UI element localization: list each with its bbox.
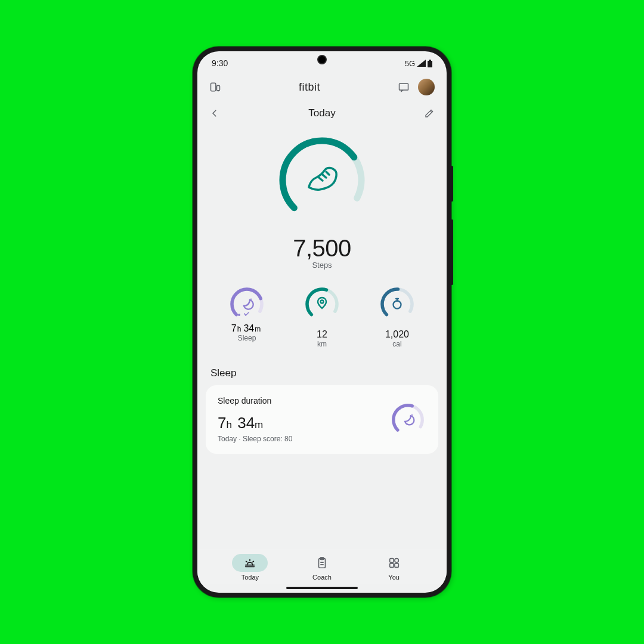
distance-label: km bbox=[292, 340, 352, 348]
svg-rect-23 bbox=[395, 559, 398, 562]
calories-ring bbox=[378, 285, 416, 323]
distance-ring bbox=[303, 285, 341, 323]
dot-icon bbox=[238, 314, 240, 316]
svg-point-10 bbox=[251, 299, 252, 300]
nav-today[interactable]: Today bbox=[232, 554, 268, 581]
sleep-value: 7h34m bbox=[217, 323, 277, 334]
mini-distance[interactable]: 12 km bbox=[292, 285, 352, 348]
card-sleep-ring bbox=[389, 401, 426, 438]
mini-sleep[interactable]: 7h34m Sleep bbox=[217, 285, 277, 348]
sleep-ring bbox=[228, 285, 266, 323]
nav-today-label: Today bbox=[242, 574, 259, 581]
calories-value: 1,020 bbox=[367, 329, 427, 340]
calories-label: cal bbox=[367, 340, 427, 348]
title-row: Today bbox=[197, 104, 447, 124]
check-icon bbox=[244, 312, 249, 315]
pin-icon bbox=[318, 298, 326, 308]
status-right: 5G bbox=[405, 59, 432, 68]
avatar[interactable] bbox=[418, 79, 435, 95]
steps-value: 7,500 bbox=[197, 235, 447, 262]
screen: 9:30 5G fitbit Today bbox=[197, 51, 447, 593]
nav-you[interactable]: You bbox=[376, 554, 412, 581]
steps-label: Steps bbox=[197, 261, 447, 270]
sleep-label: Sleep bbox=[217, 334, 277, 342]
svg-point-16 bbox=[394, 301, 401, 309]
nav-coach-label: Coach bbox=[312, 574, 332, 581]
status-time: 9:30 bbox=[212, 58, 228, 68]
nav-coach[interactable]: Coach bbox=[304, 554, 340, 581]
section-sleep-title: Sleep bbox=[197, 363, 447, 385]
messages-icon[interactable] bbox=[398, 81, 410, 93]
svg-point-4 bbox=[218, 91, 219, 91]
card-sub: Today · Sleep score: 80 bbox=[218, 435, 292, 443]
moon-icon bbox=[244, 299, 253, 309]
app-header: fitbit bbox=[197, 70, 447, 104]
card-value: 7h 34m bbox=[218, 414, 292, 432]
sleep-duration-card[interactable]: Sleep duration 7h 34m Today · Sleep scor… bbox=[206, 385, 438, 454]
mini-metrics: 7h34m Sleep 12 km bbox=[197, 280, 447, 363]
svg-rect-25 bbox=[395, 564, 398, 567]
shoe-icon bbox=[309, 168, 336, 190]
nav-you-label: You bbox=[388, 574, 400, 581]
page-title: Today bbox=[220, 107, 424, 119]
svg-rect-1 bbox=[428, 61, 432, 67]
svg-rect-24 bbox=[389, 564, 393, 567]
home-indicator[interactable] bbox=[286, 587, 358, 589]
distance-value: 12 bbox=[292, 329, 352, 340]
svg-point-13 bbox=[321, 301, 324, 304]
clipboard-icon bbox=[315, 556, 329, 569]
hero-steps[interactable]: 7,500 Steps bbox=[197, 124, 447, 280]
phone-frame: 9:30 5G fitbit Today bbox=[193, 47, 451, 597]
signal-icon bbox=[417, 60, 426, 67]
mini-calories[interactable]: 1,020 cal bbox=[367, 285, 427, 348]
moon-icon bbox=[405, 414, 414, 425]
network-type: 5G bbox=[405, 59, 415, 68]
flame-icon bbox=[394, 299, 401, 309]
content[interactable]: 7,500 Steps 7h34m Sleep bbox=[197, 124, 447, 549]
bottom-nav: Today Coach You bbox=[197, 549, 447, 584]
svg-point-19 bbox=[411, 414, 412, 415]
front-camera bbox=[317, 55, 327, 64]
grid-icon bbox=[388, 556, 401, 569]
devices-icon[interactable] bbox=[209, 81, 221, 93]
back-icon[interactable] bbox=[209, 108, 220, 119]
svg-rect-5 bbox=[399, 83, 408, 90]
svg-rect-22 bbox=[389, 559, 393, 562]
svg-rect-3 bbox=[217, 86, 220, 91]
brand-logo: fitbit bbox=[299, 81, 320, 94]
sunrise-icon bbox=[243, 556, 256, 569]
battery-icon bbox=[428, 60, 432, 67]
steps-ring bbox=[274, 132, 370, 228]
svg-rect-2 bbox=[211, 83, 216, 91]
svg-rect-0 bbox=[429, 60, 431, 61]
edit-icon[interactable] bbox=[424, 108, 435, 119]
card-title: Sleep duration bbox=[218, 396, 292, 405]
